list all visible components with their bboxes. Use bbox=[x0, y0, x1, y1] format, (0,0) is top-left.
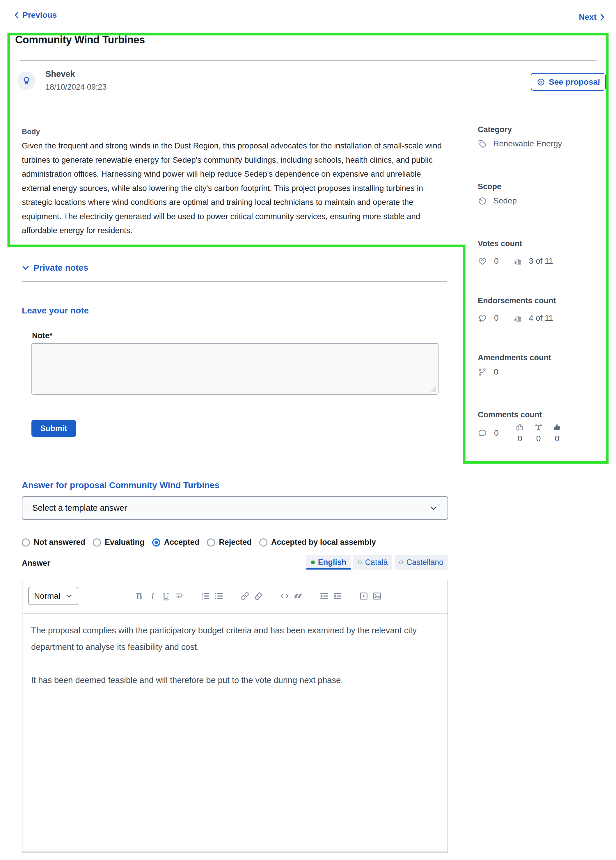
heart-plus-icon bbox=[478, 314, 487, 323]
indent-increase-icon bbox=[319, 591, 329, 601]
comments-count-row: 0 0 0 0 bbox=[478, 421, 564, 445]
radio-circle bbox=[259, 538, 267, 546]
translation-complete-dot-icon bbox=[311, 560, 315, 564]
chat-bubble-icon bbox=[478, 428, 487, 438]
template-answer-select[interactable]: Select a template answer bbox=[22, 496, 448, 520]
avatar bbox=[17, 72, 36, 90]
scope-label: Scope bbox=[478, 182, 502, 191]
clear-format-button[interactable] bbox=[252, 588, 265, 604]
radio-label: Evaluating bbox=[105, 538, 144, 547]
link-button[interactable] bbox=[238, 588, 252, 604]
radio-accepted-by-local-assembly[interactable]: Accepted by local assembly bbox=[259, 538, 376, 547]
comments-negative: 0 bbox=[550, 423, 564, 443]
answer-editor: Normal B I U 123 bbox=[22, 580, 448, 852]
comments-positive: 0 bbox=[513, 423, 527, 443]
comments-neutral-value: 0 bbox=[536, 434, 541, 443]
tab-language-english[interactable]: English bbox=[306, 555, 351, 570]
radio-label: Accepted by local assembly bbox=[271, 538, 376, 547]
editor-content[interactable]: The proposal complies with the participa… bbox=[22, 613, 448, 852]
tab-language-catala[interactable]: Català bbox=[353, 555, 392, 570]
translation-empty-dot-icon bbox=[399, 560, 403, 564]
amendments-count-row: 0 bbox=[478, 367, 498, 377]
tab-language-castellano[interactable]: Castellano bbox=[395, 555, 448, 570]
format-dropdown-value: Normal bbox=[34, 592, 60, 601]
underline-button[interactable]: U bbox=[159, 588, 172, 604]
endorsements-divider bbox=[506, 312, 506, 325]
bullet-list-button[interactable] bbox=[212, 588, 226, 604]
note-input[interactable] bbox=[31, 343, 439, 395]
radio-evaluating[interactable]: Evaluating bbox=[93, 538, 144, 547]
previous-link[interactable]: Previous bbox=[14, 11, 57, 20]
video-icon bbox=[359, 591, 369, 601]
thumb-up-outline-icon bbox=[516, 423, 524, 432]
chevron-left-icon bbox=[14, 11, 19, 19]
bold-button[interactable]: B bbox=[132, 588, 146, 604]
radio-circle bbox=[22, 538, 30, 546]
comment-votes-cluster: 0 0 0 bbox=[513, 423, 564, 443]
page-title: Community Wind Turbines bbox=[15, 34, 145, 46]
submit-note-button[interactable]: Submit bbox=[31, 420, 76, 437]
tag-icon bbox=[478, 140, 487, 148]
body-label: Body bbox=[22, 127, 40, 136]
ordered-list-button[interactable]: 123 bbox=[199, 588, 212, 604]
heart-hand-icon bbox=[478, 256, 487, 266]
leave-note-title: Leave your note bbox=[22, 306, 89, 315]
comments-positive-value: 0 bbox=[518, 434, 522, 443]
radio-label: Not answered bbox=[34, 538, 85, 547]
votes-ranking: 3 of 11 bbox=[529, 256, 553, 266]
radio-rejected[interactable]: Rejected bbox=[207, 538, 252, 547]
endorsements-count-value: 0 bbox=[494, 314, 499, 323]
votes-divider bbox=[506, 255, 506, 267]
eye-icon bbox=[536, 78, 545, 86]
italic-button[interactable]: I bbox=[146, 588, 159, 604]
bar-chart-icon bbox=[513, 314, 522, 322]
answer-paragraph: It has been deemed feasible and will the… bbox=[31, 672, 439, 689]
svg-text:3: 3 bbox=[202, 597, 204, 600]
proposal-body: Given the frequent and strong winds in t… bbox=[22, 139, 446, 238]
comments-count-label: Comments count bbox=[478, 410, 542, 419]
chevron-down-icon bbox=[22, 264, 30, 271]
language-tabs: English Català Castellano bbox=[306, 555, 448, 570]
editor-toolbar: Normal B I U 123 bbox=[22, 580, 448, 613]
votes-count-row: 0 3 of 11 bbox=[478, 253, 553, 270]
previous-label: Previous bbox=[22, 11, 57, 20]
author-timestamp: 18/10/2024 09:23 bbox=[45, 83, 107, 92]
endorsements-count-label: Endorsements count bbox=[478, 296, 556, 305]
image-button[interactable] bbox=[370, 588, 384, 604]
indent-decrease-icon bbox=[332, 591, 342, 601]
blockquote-button[interactable]: “ bbox=[291, 588, 305, 604]
award-icon bbox=[21, 75, 32, 86]
scope-value: Sedep bbox=[493, 196, 517, 206]
radio-label: Rejected bbox=[219, 538, 252, 547]
bar-chart-icon bbox=[513, 257, 522, 265]
amendments-count-value: 0 bbox=[494, 367, 498, 377]
private-notes-toggle[interactable]: Private notes bbox=[22, 263, 88, 273]
indent-decrease-button[interactable] bbox=[331, 588, 344, 604]
line-break-button[interactable] bbox=[172, 588, 186, 604]
comments-neutral: 0 bbox=[532, 423, 545, 443]
private-notes-title: Private notes bbox=[33, 263, 88, 273]
next-link[interactable]: Next bbox=[579, 13, 605, 22]
indent-increase-button[interactable] bbox=[317, 588, 331, 604]
radio-not-answered[interactable]: Not answered bbox=[22, 538, 85, 547]
code-button[interactable] bbox=[278, 588, 291, 604]
chevron-right-icon bbox=[599, 13, 605, 21]
answer-field-label: Answer bbox=[22, 559, 50, 568]
radio-accepted[interactable]: Accepted bbox=[152, 538, 200, 547]
format-dropdown[interactable]: Normal bbox=[28, 587, 78, 605]
image-icon bbox=[372, 591, 382, 601]
text-wrap-icon bbox=[174, 591, 184, 601]
scale-icon bbox=[534, 423, 543, 432]
video-button[interactable] bbox=[357, 588, 370, 604]
git-branch-icon bbox=[478, 367, 487, 377]
category-value: Renewable Energy bbox=[493, 139, 562, 148]
see-proposal-button[interactable]: See proposal bbox=[531, 73, 606, 91]
code-icon bbox=[280, 591, 290, 601]
radio-circle bbox=[207, 538, 215, 546]
language-tab-label: Castellano bbox=[406, 558, 444, 567]
bullet-list-icon bbox=[214, 591, 224, 601]
comments-count-value: 0 bbox=[494, 428, 499, 438]
language-tab-label: English bbox=[318, 558, 346, 567]
radio-label: Accepted bbox=[164, 538, 200, 547]
radio-circle bbox=[93, 538, 101, 546]
